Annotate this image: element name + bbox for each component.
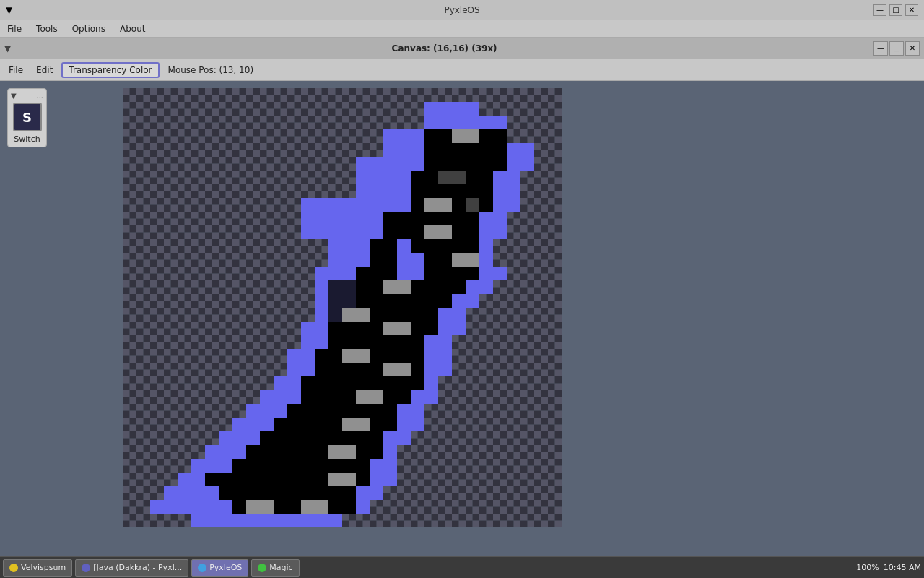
taskbar-dot-java — [82, 564, 90, 572]
canvas-window: ▼ Canvas: (16,16) (39x) — □ ✕ File Edit … — [0, 38, 924, 568]
canvas-window-icon[interactable]: ▼ — [4, 43, 11, 53]
menu-about[interactable]: About — [116, 22, 149, 35]
taskbar-battery: 100% — [856, 563, 879, 572]
canvas-minimize-button[interactable]: — — [873, 41, 888, 56]
switch-tool-icon-button[interactable]: S — [13, 103, 42, 131]
taskbar: Velvispsum [Java (Dakkra) - Pyxl... Pyxl… — [0, 556, 924, 578]
canvas-area[interactable] — [116, 81, 924, 568]
taskbar-label-pyxleos: PyxleOS — [209, 563, 242, 572]
taskbar-label-velvispsum: Velvispsum — [21, 563, 66, 572]
switch-tool-widget: ▼ ... S Switch — [7, 88, 47, 147]
taskbar-java[interactable]: [Java (Dakkra) - Pyxl... — [75, 559, 188, 577]
transparency-color-button[interactable]: Transparency Color — [61, 62, 159, 78]
taskbar-dot-magic — [258, 564, 266, 572]
switch-tool-arrow: ▼ — [11, 92, 17, 100]
canvas-close-button[interactable]: ✕ — [905, 41, 920, 56]
taskbar-dot-pyxleos — [198, 564, 206, 572]
switch-letter-icon: S — [22, 110, 32, 125]
taskbar-label-magic: Magic — [269, 563, 292, 572]
taskbar-label-java: [Java (Dakkra) - Pyxl... — [93, 563, 182, 572]
minimize-button[interactable]: — — [873, 4, 886, 16]
canvas-title: Canvas: (16,16) (39x) — [15, 43, 873, 53]
close-button[interactable]: ✕ — [905, 4, 918, 16]
pixel-canvas[interactable] — [123, 88, 562, 527]
taskbar-right: 100% 10:45 AM — [856, 563, 921, 572]
titlebar: ▼ PyxleOS — □ ✕ — [0, 0, 924, 20]
menu-options[interactable]: Options — [68, 22, 110, 35]
menu-tools[interactable]: Tools — [32, 22, 62, 35]
taskbar-pyxleos[interactable]: PyxleOS — [191, 559, 248, 577]
app-title: PyxleOS — [444, 5, 479, 15]
taskbar-time: 10:45 AM — [884, 563, 921, 572]
maximize-button[interactable]: □ — [889, 4, 902, 16]
canvas-titlebar: ▼ Canvas: (16,16) (39x) — □ ✕ — [0, 38, 924, 59]
taskbar-velvispsum[interactable]: Velvispsum — [3, 559, 72, 577]
mouse-position: Mouse Pos: (13, 10) — [168, 65, 254, 75]
titlebar-controls: — □ ✕ — [873, 4, 918, 16]
toolbar-edit[interactable]: Edit — [32, 64, 57, 77]
main-area: ▼ ... S Switch — [0, 81, 924, 568]
menubar: File Tools Options About — [0, 20, 924, 38]
toolbar: File Edit Transparency Color Mouse Pos: … — [0, 59, 924, 81]
toolbar-file[interactable]: File — [4, 64, 27, 77]
taskbar-magic[interactable]: Magic — [251, 559, 299, 577]
left-panel: ▼ ... S Switch — [0, 81, 116, 568]
menu-file[interactable]: File — [3, 22, 26, 35]
canvas-maximize-button[interactable]: □ — [889, 41, 904, 56]
canvas-window-controls: — □ ✕ — [873, 41, 920, 56]
titlebar-arrow[interactable]: ▼ — [6, 5, 12, 15]
switch-tool-header: ▼ ... — [11, 92, 43, 100]
switch-tool-label: Switch — [14, 134, 40, 144]
switch-tool-dots: ... — [36, 92, 43, 100]
taskbar-dot-velvispsum — [9, 564, 18, 572]
